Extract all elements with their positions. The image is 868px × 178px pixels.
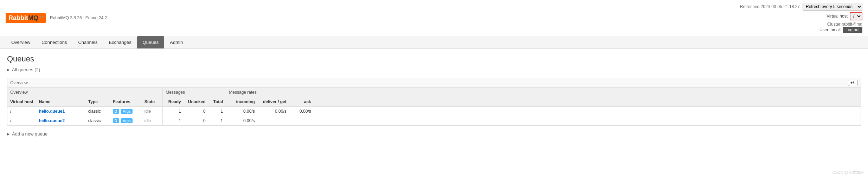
nav-item-overview[interactable]: Overview <box>6 36 36 48</box>
cell-unacked: 0 <box>184 116 208 126</box>
overview-section-label: Overview <box>10 80 28 85</box>
queue-link[interactable]: hello.queue1 <box>39 109 65 114</box>
erlang-version: Erlang 24.2 <box>85 15 107 20</box>
cell-extra <box>314 107 861 116</box>
add-queue-chevron-icon: ▶ <box>7 132 10 136</box>
main-content: Queues ▶ All queues (2) Overview +/- Ove… <box>0 49 868 142</box>
queues-table-container: Overview +/- Overview Messages Message r… <box>7 78 861 126</box>
plus-minus-button[interactable]: +/- <box>848 80 858 86</box>
cell-type: classic <box>85 107 110 116</box>
queue-table-body: / hello.queue1 classic D Args idle 1 0 1… <box>7 107 861 126</box>
cell-ack <box>289 116 314 126</box>
cluster-value: rabbit@mq <box>842 22 862 27</box>
add-queue-label: Add a new queue <box>12 131 47 137</box>
logo-mq: MQ <box>28 14 38 21</box>
cell-state: idle <box>142 116 163 126</box>
user-label: User <box>819 27 828 32</box>
table-row: / hello.queue2 classic D Args idle 1 0 1… <box>7 116 861 126</box>
th-ready: Ready <box>163 97 184 107</box>
cell-deliver-get <box>258 116 289 126</box>
nav-item-connections[interactable]: Connections <box>36 36 72 48</box>
nav-item-exchanges[interactable]: Exchanges <box>103 36 137 48</box>
cell-type: classic <box>85 116 110 126</box>
logo-area: RabbitMQTM RabbitMQ 3.8.26 Erlang 24.2 <box>6 13 107 23</box>
cell-ready: 1 <box>163 116 184 126</box>
cell-unacked: 0 <box>184 107 208 116</box>
th-state: State <box>142 97 163 107</box>
badge-d: D <box>113 118 119 123</box>
rabbitmq-version: RabbitMQ 3.8.26 <box>50 15 82 20</box>
cell-extra <box>314 116 861 126</box>
header-right: Refreshed 2024-03-05 21:18:27 Refresh ev… <box>740 3 862 33</box>
vhost-label: Virtual host <box>827 14 848 19</box>
cell-ready: 1 <box>163 107 184 116</box>
cell-deliver-get: 0.00/s <box>258 107 289 116</box>
th-incoming: incoming <box>226 97 258 107</box>
th-rates-group: Message rates <box>226 88 861 97</box>
cell-vhost: / <box>7 116 36 126</box>
cell-name: hello.queue2 <box>36 116 85 126</box>
logo-box: RabbitMQTM <box>6 13 46 23</box>
table-header-row: Overview +/- <box>7 78 861 88</box>
refresh-select[interactable]: Refresh every 5 seconds Refresh every 10… <box>803 3 862 11</box>
all-queues-label: All queues (2) <box>12 67 40 72</box>
badge-d: D <box>113 109 119 114</box>
queues-table: Overview Messages Message rates Virtual … <box>7 88 861 125</box>
th-vhost: Virtual host <box>7 97 36 107</box>
nav-item-admin[interactable]: Admin <box>164 36 188 48</box>
cell-features: D Args <box>110 107 142 116</box>
badge-args[interactable]: Args <box>121 118 133 123</box>
refresh-row: Refreshed 2024-03-05 21:18:27 Refresh ev… <box>740 3 862 11</box>
cell-incoming: 0.00/s <box>226 116 258 126</box>
th-empty <box>314 97 861 107</box>
cell-ack: 0.00/s <box>289 107 314 116</box>
logo-rabbit: Rabbit <box>8 14 28 21</box>
cell-total: 1 <box>208 116 226 126</box>
page-title: Queues <box>7 54 861 64</box>
th-total: Total <box>208 97 226 107</box>
nav: Overview Connections Channels Exchanges … <box>0 36 868 49</box>
table-col-header-row: Virtual host Name Type Features State Re… <box>7 97 861 107</box>
cell-name: hello.queue1 <box>36 107 85 116</box>
add-queue-toggle[interactable]: ▶ Add a new queue <box>7 131 861 137</box>
th-deliver-get: deliver / get <box>258 97 289 107</box>
th-messages-group: Messages <box>163 88 226 97</box>
logout-button[interactable]: Log out <box>843 27 862 33</box>
th-ack: ack <box>289 97 314 107</box>
all-queues-toggle[interactable]: ▶ All queues (2) <box>7 67 861 72</box>
chevron-right-icon: ▶ <box>7 68 10 72</box>
table-subgroup-row: Overview Messages Message rates <box>7 88 861 97</box>
table-row: / hello.queue1 classic D Args idle 1 0 1… <box>7 107 861 116</box>
cell-features: D Args <box>110 116 142 126</box>
badge-args[interactable]: Args <box>121 109 133 114</box>
th-unacked: Unacked <box>184 97 208 107</box>
queue-link[interactable]: hello.queue2 <box>39 118 65 123</box>
cell-total: 1 <box>208 107 226 116</box>
user-row: User hmall Log out <box>740 27 862 33</box>
cell-state: idle <box>142 107 163 116</box>
cluster-label: Cluster <box>827 22 841 27</box>
header: RabbitMQTM RabbitMQ 3.8.26 Erlang 24.2 R… <box>0 0 868 36</box>
version-info: RabbitMQ 3.8.26 Erlang 24.2 <box>50 15 107 20</box>
cell-vhost: / <box>7 107 36 116</box>
vhost-select[interactable]: / <box>850 12 862 20</box>
cluster-row: Cluster rabbit@mq <box>740 22 862 27</box>
th-name: Name <box>36 97 85 107</box>
refresh-timestamp: Refreshed 2024-03-05 21:18:27 <box>740 4 800 9</box>
user-value: hmall <box>830 27 841 32</box>
logo-tm: TM <box>38 15 43 19</box>
th-features: Features <box>110 97 142 107</box>
nav-item-channels[interactable]: Channels <box>72 36 103 48</box>
vhost-row: Virtual host / <box>740 12 862 20</box>
th-overview-group: Overview <box>7 88 163 97</box>
cell-incoming: 0.00/s <box>226 107 258 116</box>
nav-item-queues[interactable]: Queues <box>137 36 165 48</box>
th-type: Type <box>85 97 110 107</box>
